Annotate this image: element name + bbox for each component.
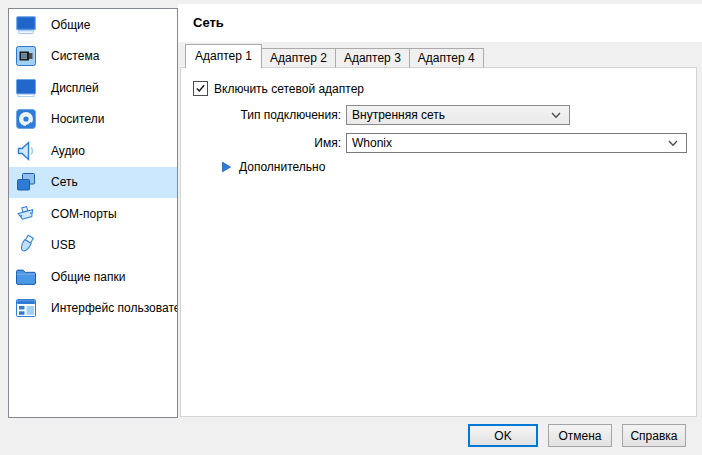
usb-icon xyxy=(14,233,38,257)
sidebar-item-label: Общие xyxy=(51,18,90,32)
help-button[interactable]: Справка xyxy=(622,424,686,447)
sidebar-item-4[interactable]: Аудио xyxy=(9,135,177,167)
audio-icon xyxy=(14,139,38,163)
sidebar-item-label: Интерфейс пользователя xyxy=(51,301,178,315)
ok-button[interactable]: OK xyxy=(468,424,538,447)
tab-adapter-4[interactable]: Адаптер 4 xyxy=(409,48,484,68)
adapter-tabbar: Адаптер 1Адаптер 2Адаптер 3Адаптер 4 xyxy=(185,44,483,68)
sidebar-item-label: Дисплей xyxy=(51,81,99,95)
sidebar-item-label: COM-порты xyxy=(51,207,117,221)
sidebar-item-1[interactable]: Система xyxy=(9,41,177,73)
page-header: Сеть xyxy=(178,4,702,42)
sidebar-item-9[interactable]: Интерфейс пользователя xyxy=(9,293,177,325)
tab-adapter-1[interactable]: Адаптер 1 xyxy=(185,44,262,68)
sidebar-item-8[interactable]: Общие папки xyxy=(9,261,177,293)
cancel-button[interactable]: Отмена xyxy=(548,424,612,447)
attachment-type-value: Внутренняя сеть xyxy=(352,108,445,122)
sidebar-item-label: Система xyxy=(51,49,99,63)
display-icon xyxy=(14,76,38,100)
attachment-type-select[interactable]: Внутренняя сеть xyxy=(346,105,570,125)
sidebar-item-0[interactable]: Общие xyxy=(9,9,177,41)
general-icon xyxy=(14,13,38,37)
sidebar-item-label: Сеть xyxy=(51,175,78,189)
chevron-down-icon xyxy=(551,112,561,119)
sidebar-item-5[interactable]: Сеть xyxy=(9,167,177,199)
storage-icon xyxy=(14,107,38,131)
page-title: Сеть xyxy=(193,4,224,42)
system-icon xyxy=(14,44,38,68)
settings-category-list: ОбщиеСистемаДисплейНосителиАудиоСетьCOM-… xyxy=(8,8,178,418)
chevron-down-icon xyxy=(668,140,678,147)
advanced-toggle[interactable]: Дополнительно xyxy=(221,158,325,176)
sidebar-item-label: USB xyxy=(51,238,76,252)
sidebar-item-2[interactable]: Дисплей xyxy=(9,72,177,104)
attachment-type-label: Тип подключения: xyxy=(191,105,341,125)
user-interface-icon xyxy=(14,296,38,320)
disclosure-arrow-icon xyxy=(221,161,232,173)
adapter-settings-panel: Включить сетевой адаптер Тип подключения… xyxy=(180,67,697,417)
enable-adapter-checkbox[interactable] xyxy=(193,81,208,96)
advanced-label: Дополнительно xyxy=(239,158,325,176)
network-icon xyxy=(14,170,38,194)
sidebar-item-6[interactable]: COM-порты xyxy=(9,198,177,230)
sidebar-item-label: Аудио xyxy=(51,144,85,158)
shared-folders-icon xyxy=(14,265,38,289)
sidebar-item-7[interactable]: USB xyxy=(9,230,177,262)
sidebar-item-label: Общие папки xyxy=(51,270,125,284)
checkmark-icon xyxy=(195,83,206,94)
network-name-combobox[interactable]: Whonix xyxy=(346,133,687,153)
sidebar-item-label: Носители xyxy=(51,112,104,126)
network-name-value: Whonix xyxy=(352,136,392,150)
network-name-label: Имя: xyxy=(191,133,341,153)
enable-adapter-row: Включить сетевой адаптер xyxy=(193,81,364,96)
enable-adapter-label: Включить сетевой адаптер xyxy=(214,82,364,96)
serial-ports-icon xyxy=(14,202,38,226)
tab-adapter-3[interactable]: Адаптер 3 xyxy=(335,48,410,68)
tab-adapter-2[interactable]: Адаптер 2 xyxy=(261,48,336,68)
sidebar-item-3[interactable]: Носители xyxy=(9,104,177,136)
